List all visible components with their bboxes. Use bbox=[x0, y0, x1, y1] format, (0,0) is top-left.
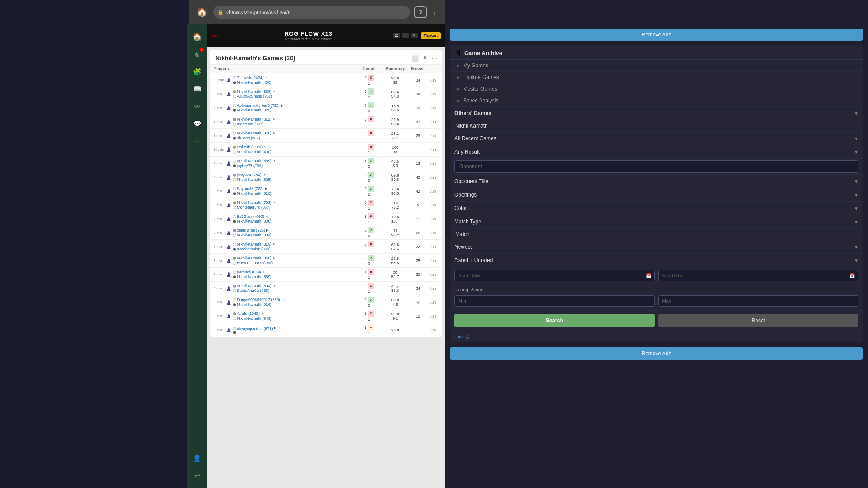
acc2: 3.9 bbox=[392, 164, 398, 168]
nav-watch-icon[interactable]: 👁 bbox=[190, 99, 204, 114]
match-type-filter[interactable]: Match Type ▼ bbox=[450, 215, 863, 229]
others-games-filter[interactable]: Others' Games ▼ bbox=[450, 107, 863, 120]
player1-flags: 🏳 bbox=[273, 132, 276, 135]
player1-color bbox=[233, 146, 236, 149]
player2-name: Nikhil-Kamath (400) bbox=[237, 80, 272, 85]
end-date-input[interactable]: End Date 📅 bbox=[658, 270, 859, 281]
master-games-item[interactable]: ▶ Master Games bbox=[450, 83, 863, 95]
nav-social-icon[interactable]: 💬 bbox=[190, 116, 204, 131]
tabs-badge[interactable]: 3 bbox=[414, 6, 427, 18]
table-row[interactable]: 30 min ♟ Rakesh (2120) 🏳 Nikhil-Kamath (… bbox=[210, 143, 442, 157]
rated-filter[interactable]: Rated + Unrated ▼ bbox=[450, 254, 863, 267]
nav-chess-icon[interactable]: ♞ ! bbox=[190, 47, 204, 62]
table-row[interactable]: 3 min ♟ alwaysquesti... (872) 🏳 1 = bbox=[210, 323, 442, 337]
explore-games-label: Explore Games bbox=[463, 74, 499, 80]
col-extra bbox=[427, 66, 439, 71]
table-row[interactable]: 3 min ♟ jlevy024 (784) 🏳 Nikhil-Kamath (… bbox=[210, 170, 442, 184]
start-date-input[interactable]: Start Date 📅 bbox=[454, 270, 655, 281]
player1-row: Nikhil-Kamath (876) 🏳 bbox=[233, 131, 276, 135]
table-row[interactable]: 3 min ♟ Nikhil-Kamath (836) 🏳 AliBotAtCh… bbox=[210, 87, 442, 101]
menu-button[interactable]: ⋮ bbox=[431, 8, 439, 16]
opponent-input[interactable] bbox=[454, 160, 858, 173]
openings-filter[interactable]: Openings ▼ bbox=[450, 188, 863, 202]
table-row[interactable]: 3 min ♟ Atralu (1049) 🏳 Nikhil-Kamath (9… bbox=[210, 309, 442, 323]
player2-name: Nikhil-Kamath (825) bbox=[237, 108, 272, 112]
search-button[interactable]: Search bbox=[454, 314, 655, 327]
result-board-icon: = bbox=[368, 324, 374, 331]
player1-color bbox=[233, 229, 236, 232]
all-recent-games-filter[interactable]: All Recent Games ▼ bbox=[450, 132, 863, 145]
copy-icon[interactable]: ⬜ bbox=[412, 55, 419, 62]
moves-cell: 34 bbox=[409, 78, 427, 82]
ad-banner[interactable]: ROG ROG FLOW X13 Compact is the New Impa… bbox=[207, 24, 445, 47]
any-result-filter[interactable]: Any Result ▼ bbox=[450, 145, 863, 159]
home-button[interactable]: 🏠 bbox=[195, 5, 209, 19]
moves-cell: 26 bbox=[409, 231, 427, 235]
table-row[interactable]: 30 min ♟ TheVish (2434) 🏳 Nikhil-Kamath … bbox=[210, 73, 442, 87]
nav-profile-icon[interactable]: 👤 bbox=[190, 451, 204, 465]
match-value: Match bbox=[455, 231, 470, 237]
archive-header-icon: 🗄 bbox=[454, 49, 461, 57]
newest-filter[interactable]: Newest ▼ bbox=[450, 240, 863, 254]
explore-games-item[interactable]: ▶ Explore Games bbox=[450, 72, 863, 83]
player2-color bbox=[233, 303, 236, 306]
calendar-icon-start: 📅 bbox=[646, 273, 651, 278]
table-row[interactable]: 3 min ♟ Nikhil-Kamath (793) 🏳 Montether3… bbox=[210, 198, 442, 212]
score2: 1 bbox=[368, 137, 370, 141]
result-cell: 0 ✓ 0 bbox=[357, 297, 381, 308]
more-icon[interactable]: ⋯ bbox=[431, 55, 437, 62]
players-cell: 3 min ♟ claudiarae (725) 🏳 Nikhil-Kamath… bbox=[214, 228, 357, 237]
nav-puzzle-icon[interactable]: 🧩 bbox=[190, 64, 204, 79]
moves-cell: 5 bbox=[409, 203, 427, 207]
accuracy-cell: 30 51.7 bbox=[381, 270, 409, 279]
player-icon: ♟ bbox=[226, 105, 232, 111]
saved-analysis-item[interactable]: ▶ Saved Analysis bbox=[450, 95, 863, 107]
table-row[interactable]: 3 min ♟ Nikhil-Kamath (894) 🏳 SantaAnaCa… bbox=[210, 282, 442, 295]
hide-link[interactable]: Hide △ bbox=[450, 331, 863, 342]
opponent-title-label: Opponent Title bbox=[454, 178, 488, 184]
color-filter[interactable]: Color ▼ bbox=[450, 202, 863, 215]
table-row[interactable]: 3 min ♟ Nikhil-Kamath (819) 🏳 acechampio… bbox=[210, 240, 442, 254]
time-label: 3 min bbox=[214, 189, 225, 193]
table-row[interactable]: 3 min ♟ paramsj (874) 🏳 Nikhil-Kamath (8… bbox=[210, 268, 442, 282]
table-row[interactable]: 3 min ♟ Danye6906699927 (880) 🏳 Nikhil-K… bbox=[210, 295, 442, 309]
acc1: 60.8 bbox=[391, 242, 399, 247]
accuracy-cell: 60.8 62.4 bbox=[381, 242, 409, 251]
month-cell: Jun bbox=[427, 120, 439, 124]
score1: 0 bbox=[364, 228, 366, 233]
opponent-title-filter[interactable]: Opponent Title ▼ bbox=[450, 175, 863, 188]
table-row[interactable]: 3 min ♟ Nikhil-Kamath (840) 🏳 Raymondo99… bbox=[210, 254, 442, 268]
month-cell: Jun bbox=[427, 78, 439, 82]
nav-back-icon[interactable]: ↩ bbox=[190, 468, 204, 483]
nav-home-icon[interactable]: 🏠 bbox=[190, 29, 204, 44]
player2-name: Nikhil-Kamath (916) bbox=[237, 302, 272, 307]
table-row[interactable]: 3 min ♟ Nikhil-Kamath (876) 🏳 sh_cort (8… bbox=[210, 129, 442, 143]
url-bar[interactable]: 🔒 chess.com/games/archive/n bbox=[213, 6, 410, 19]
rating-min-input[interactable] bbox=[454, 295, 655, 307]
remove-ads-top-button[interactable]: Remove Ads bbox=[450, 29, 863, 41]
archive-header-title: Game Archive bbox=[464, 50, 502, 56]
view-icon[interactable]: 👁 bbox=[422, 55, 428, 62]
rating-max-input[interactable] bbox=[658, 295, 859, 307]
my-games-item[interactable]: ▶ My Games bbox=[450, 60, 863, 72]
table-row[interactable]: 3 min ♟ Nikhil-Kamath (812) 🏳 mentenm (8… bbox=[210, 115, 442, 129]
month-cell: Jun bbox=[427, 92, 439, 96]
nav-learn-icon[interactable]: 📖 bbox=[190, 82, 204, 96]
score2: 1 bbox=[368, 317, 370, 321]
table-row[interactable]: 3 min ♟ claudiarae (725) 🏳 Nikhil-Kamath… bbox=[210, 226, 442, 240]
table-row[interactable]: 3 min ♟ ItsSStarry (693) 🏳 Nikhil-Kamath… bbox=[210, 212, 442, 226]
score1: 1 bbox=[364, 325, 366, 330]
score2: 1 bbox=[368, 220, 370, 224]
time-label: 3 min bbox=[214, 314, 225, 318]
player2-color bbox=[233, 317, 236, 320]
reset-button[interactable]: Reset bbox=[658, 314, 859, 327]
player1-color bbox=[233, 312, 236, 315]
table-row[interactable]: 3 min ♟ Nikhil-Kamath (839) 🏳 jaykey77 (… bbox=[210, 157, 442, 170]
table-row[interactable]: 3 min ♟ Sayam88 (782) 🏳 Nikhil-Kamath (8… bbox=[210, 184, 442, 198]
table-row[interactable]: 3 min ♟ Abhimanyukumar5 (793) 🏳 Nikhil-K… bbox=[210, 101, 442, 115]
newest-chevron: ▼ bbox=[854, 245, 858, 249]
moves-cell: 43 bbox=[409, 175, 427, 180]
nav-more-icon[interactable]: ··· bbox=[190, 134, 204, 148]
remove-ads-bottom-button[interactable]: Remove Ads bbox=[450, 347, 863, 360]
saved-analysis-label: Saved Analysis bbox=[463, 98, 498, 104]
